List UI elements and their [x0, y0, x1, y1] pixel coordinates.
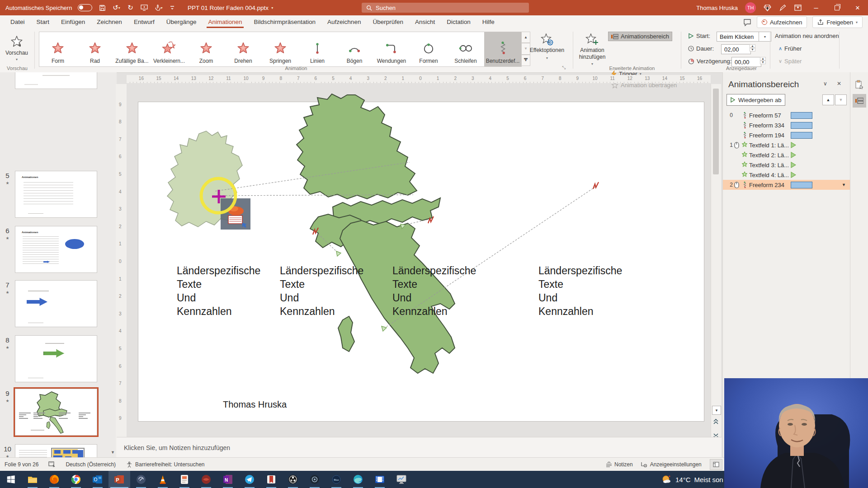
pen-tools-icon[interactable] [778, 4, 787, 12]
language-status[interactable]: Deutsch (Österreich) [66, 461, 116, 468]
animation-hinzufuegen-button[interactable]: Animation hinzufügen ▾ [575, 33, 609, 67]
animation-item-textfeld-4-l-[interactable]: Textfeld 4: Lä... [723, 170, 850, 180]
taskbar-blue-badge-app-icon[interactable]: Blue [326, 471, 347, 488]
tab-bildschirmpräsentation[interactable]: Bildschirmpräsentation [248, 15, 322, 28]
taskbar-powerpoint-icon[interactable]: P [108, 471, 130, 488]
gallery-item-formen[interactable]: Formen [410, 32, 447, 66]
thumbnail-slide-10[interactable]: 10★ [0, 444, 117, 457]
taskbar-video-app-icon[interactable] [369, 471, 391, 488]
taskbar-presentation-file-icon[interactable] [174, 471, 195, 488]
effektoptionen-button[interactable]: Effektoptionen ▾ [524, 33, 570, 61]
slide-canvas[interactable]: LänderspezifischeTexteUndKennzahlen Länd… [138, 102, 704, 422]
start-slideshow-icon[interactable] [140, 4, 148, 12]
thumbnail-slide-8[interactable]: 8★ [0, 335, 117, 382]
animation-item-freeform-234[interactable]: 2Freeform 234▼ [723, 180, 850, 190]
tab-übergänge[interactable]: Übergänge [160, 15, 203, 28]
taskbar-telegram-icon[interactable] [239, 471, 260, 488]
gallery-item-wendungen[interactable]: Wendungen [373, 32, 410, 66]
clipboard-strip-icon[interactable] [853, 78, 866, 91]
pane-close-icon[interactable]: ✕ [837, 80, 841, 87]
thumbnail-slide-9[interactable]: 9★ [0, 389, 117, 436]
taskbar-file-explorer-icon[interactable] [22, 471, 43, 488]
weather-widget[interactable]: 14°C Meist son [661, 471, 723, 488]
document-title[interactable]: PPT 01 Roter Faden 004.pptx▾ [188, 0, 273, 15]
notizen-toggle[interactable]: Notizen [606, 461, 633, 468]
frueher-button[interactable]: ∧ Früher [778, 45, 802, 52]
anzeigeeinstellungen-button[interactable]: Anzeigeeinstellungen [641, 461, 702, 468]
spaeter-button[interactable]: ∨ Später [778, 58, 802, 65]
tab-ansicht[interactable]: Ansicht [409, 15, 441, 28]
taskbar-red-round-app-icon[interactable] [195, 471, 217, 488]
vertical-ruler[interactable]: 9876543210123456789 [116, 84, 127, 457]
tab-animationen[interactable]: Animationen [202, 15, 248, 28]
tab-hilfe[interactable]: Hilfe [476, 15, 500, 28]
slide-scrollbar[interactable]: ▼ [711, 84, 721, 457]
animation-item-textfeld-1-l-[interactable]: 1Textfeld 1: Lä... [723, 140, 850, 150]
taskbar-chrome-icon[interactable] [65, 471, 87, 488]
dauer-input[interactable]: 02,00 [721, 44, 751, 54]
tab-aufzeichnen[interactable]: Aufzeichnen [321, 15, 367, 28]
thumbnail-slide-4-partial[interactable] [15, 72, 97, 89]
notes-placeholder[interactable]: Klicken Sie, um Notizen hinzuzufügen [124, 444, 230, 451]
premium-diamond-icon[interactable] [763, 4, 771, 12]
freigeben-button[interactable]: Freigeben▾ [812, 16, 863, 28]
tab-überprüfen[interactable]: Überprüfen [367, 15, 409, 28]
scrollbar-thumb[interactable] [713, 89, 719, 174]
autosave-toggle[interactable] [78, 4, 92, 11]
dialog-launcher-icon[interactable]: ⤡ [562, 65, 566, 70]
minimize-button[interactable]: ─ [809, 0, 823, 15]
taskbar-capture-tool-icon[interactable] [130, 471, 152, 488]
animation-item-textfeld-3-l-[interactable]: Textfeld 3: Lä... [723, 160, 850, 170]
user-name[interactable]: Thomas Hruska [696, 5, 738, 11]
taskbar-firefox-icon[interactable] [43, 471, 65, 488]
search-box[interactable]: Suchen [362, 3, 529, 13]
text-block-4[interactable]: LänderspezifischeTexteUndKennzahlen [538, 264, 622, 318]
thumbnail-slide-7[interactable]: 7★ [0, 280, 117, 327]
thumbnail-slide-6[interactable]: 6★Animationen [0, 226, 117, 273]
start-dropdown-arrow[interactable]: ▾ [759, 32, 771, 42]
animation-item-textfeld-2-l-[interactable]: Textfeld 2: Lä... [723, 150, 850, 160]
taskbar-outlook-icon[interactable]: O [87, 471, 108, 488]
text-block-2[interactable]: LänderspezifischeTexteUndKennzahlen [280, 264, 363, 318]
slide-author-text[interactable]: Thomas Hruska [223, 399, 287, 410]
taskbar-vlc-icon[interactable] [152, 471, 174, 488]
accessibility-status[interactable]: Barrierefreiheit: Untersuchen [126, 461, 204, 468]
gallery-item-zoom[interactable]: Zoom [188, 32, 225, 66]
text-block-3[interactable]: LänderspezifischeTexteUndKennzahlen [392, 264, 476, 318]
restore-button[interactable] [830, 0, 844, 15]
gallery-item-bgen[interactable]: Bögen [336, 32, 373, 66]
animation-pane-strip-icon[interactable] [853, 94, 866, 108]
normal-view-button[interactable] [710, 459, 722, 470]
move-later-button[interactable]: ▼ [835, 94, 847, 105]
verzoegerung-spinner[interactable]: ▲▼ [760, 57, 766, 64]
undo-icon[interactable]: ↺▾ [112, 4, 120, 12]
aufzeichnen-button[interactable]: Aufzeichnen [757, 16, 807, 28]
taskbar-edge-icon[interactable] [347, 471, 369, 488]
animation-item-freeform-57[interactable]: 0Freeform 57 [723, 110, 850, 120]
play-from-button[interactable]: Wiedergeben ab [726, 94, 785, 106]
customize-qat-icon[interactable] [168, 4, 176, 12]
previous-slide-button[interactable] [713, 418, 719, 427]
animation-item-freeform-194[interactable]: Freeform 194 [723, 130, 850, 140]
gallery-item-rad[interactable]: Rad [76, 32, 113, 66]
timeline-bar[interactable] [791, 132, 812, 139]
taskbar-obs-studio-icon[interactable] [282, 471, 304, 488]
vorschau-button[interactable]: Vorschau ▾ [3, 32, 31, 64]
tab-einfügen[interactable]: Einfügen [55, 15, 91, 28]
dauer-spinner[interactable]: ▲▼ [750, 44, 755, 52]
taskbar-onenote-icon[interactable]: N [217, 471, 239, 488]
animation-item-freeform-334[interactable]: Freeform 334 [723, 120, 850, 130]
save-icon[interactable] [98, 4, 106, 12]
touch-mode-icon[interactable]: ▾ [154, 4, 162, 12]
gallery-item-benutzerdef[interactable]: Benutzerdef... [484, 32, 521, 66]
taskbar-system-monitor-icon[interactable] [391, 471, 412, 488]
thumbnail-slide-5[interactable]: 5★Animationen [0, 171, 117, 218]
timeline-bar[interactable] [791, 122, 812, 129]
animationsbereich-button[interactable]: Animationsbereich [608, 32, 672, 41]
tab-entwurf[interactable]: Entwurf [128, 15, 160, 28]
item-dropdown-icon[interactable]: ▼ [842, 183, 846, 187]
gallery-item-zuflligeba[interactable]: Zufällige Ba... [113, 32, 151, 66]
theme-icon[interactable] [48, 461, 56, 468]
comments-icon[interactable] [743, 19, 751, 26]
move-earlier-button[interactable]: ▲ [822, 94, 834, 105]
